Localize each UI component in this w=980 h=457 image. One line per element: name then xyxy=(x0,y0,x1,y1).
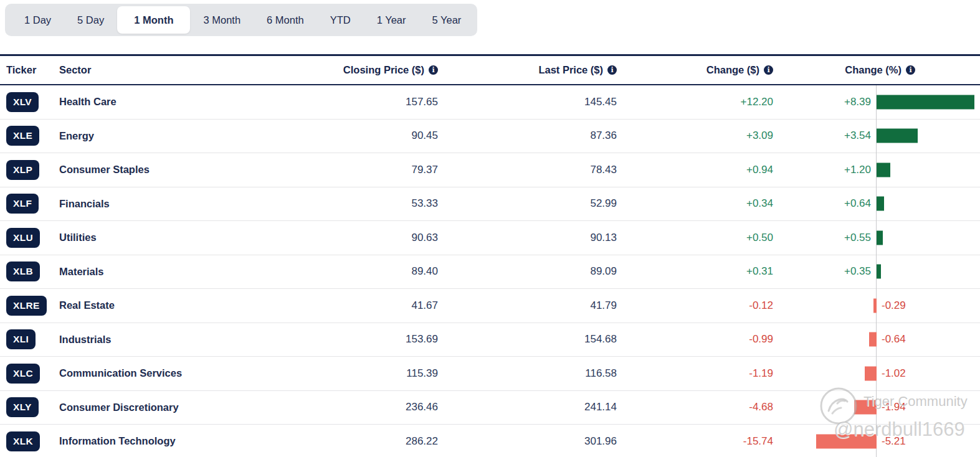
change-percent-cell: -1.02 xyxy=(773,357,980,390)
last-price-value: 154.68 xyxy=(438,333,617,346)
change-dollar-value: +0.34 xyxy=(617,197,773,210)
change-percent-cell: -1.94 xyxy=(773,391,980,425)
closing-price-value: 89.40 xyxy=(251,265,438,278)
change-percent-value: +0.35 xyxy=(773,265,871,278)
ticker-badge: XLC xyxy=(6,364,40,384)
ticker-badge: XLK xyxy=(6,431,40,451)
change-percent-value: +0.55 xyxy=(773,232,871,244)
change-percent-bar xyxy=(877,163,890,177)
change-percent-bar xyxy=(854,400,877,415)
change-percent-bar xyxy=(873,298,877,313)
change-percent-bar xyxy=(869,332,877,347)
last-price-value: 52.99 xyxy=(438,197,617,210)
change-dollar-value: +0.31 xyxy=(617,265,773,278)
table-row[interactable]: XLI Industrials 153.69 154.68 -0.99 -0.6… xyxy=(0,323,980,357)
last-price-value: 241.14 xyxy=(438,401,617,413)
change-percent-value: -0.64 xyxy=(882,333,906,346)
last-price-value: 89.09 xyxy=(438,265,617,278)
closing-price-value: 53.33 xyxy=(251,197,438,210)
change-percent-cell: -0.64 xyxy=(773,323,980,357)
change-dollar-value: -1.19 xyxy=(617,367,773,380)
info-icon[interactable]: i xyxy=(429,65,438,75)
sector-name: Consumer Staples xyxy=(54,164,251,176)
sector-name: Utilities xyxy=(54,232,251,243)
info-icon[interactable]: i xyxy=(607,65,617,75)
change-percent-cell: +0.55 xyxy=(773,221,980,255)
sector-name: Health Care xyxy=(54,96,251,108)
sector-name: Energy xyxy=(54,130,251,142)
period-tab-5-day[interactable]: 5 Day xyxy=(64,6,117,34)
last-price-value: 78.43 xyxy=(438,164,617,176)
closing-price-value: 41.67 xyxy=(251,299,438,312)
ticker-badge: XLY xyxy=(6,397,39,417)
col-header-ticker: Ticker xyxy=(0,64,54,76)
closing-price-value: 90.45 xyxy=(251,130,438,142)
closing-price-value: 90.63 xyxy=(251,232,438,244)
ticker-badge: XLP xyxy=(6,160,39,180)
period-tab-1-month[interactable]: 1 Month xyxy=(117,6,190,34)
col-header-closing-price: Closing Price ($) i xyxy=(251,64,438,76)
col-header-change-percent: Change (%) i xyxy=(773,64,980,76)
table-row[interactable]: XLC Communication Services 115.39 116.58… xyxy=(0,357,980,391)
change-dollar-value: -15.74 xyxy=(617,435,773,448)
col-header-change-percent-label: Change (%) xyxy=(845,64,902,76)
info-icon[interactable]: i xyxy=(764,65,773,75)
ticker-badge: XLU xyxy=(6,228,40,248)
change-percent-cell: +1.20 xyxy=(773,153,980,187)
table-row[interactable]: XLY Consumer Discretionary 236.46 241.14… xyxy=(0,391,980,425)
col-header-last-price: Last Price ($) i xyxy=(438,64,617,76)
sector-name: Financials xyxy=(54,198,251,210)
sector-name: Industrials xyxy=(54,334,251,346)
change-percent-cell: +8.39 xyxy=(773,85,980,119)
period-tab-5-year[interactable]: 5 Year xyxy=(419,6,475,34)
change-percent-bar xyxy=(877,230,883,245)
change-percent-cell: -0.29 xyxy=(773,289,980,323)
last-price-value: 90.13 xyxy=(438,232,617,244)
col-header-change-dollar-label: Change ($) xyxy=(706,64,759,76)
sector-name: Information Technology xyxy=(54,435,251,447)
period-tab-1-day[interactable]: 1 Day xyxy=(11,6,64,34)
closing-price-value: 157.65 xyxy=(251,96,438,108)
table-row[interactable]: XLU Utilities 90.63 90.13 +0.50 +0.55 xyxy=(0,221,980,255)
ticker-badge: XLB xyxy=(6,261,40,281)
closing-price-value: 286.22 xyxy=(251,435,438,448)
change-percent-bar xyxy=(877,95,974,109)
table-row[interactable]: XLF Financials 53.33 52.99 +0.34 +0.64 xyxy=(0,187,980,222)
change-percent-cell: -5.21 xyxy=(773,425,980,457)
period-tab-3-month[interactable]: 3 Month xyxy=(190,6,254,34)
table-row[interactable]: XLV Health Care 157.65 145.45 +12.20 +8.… xyxy=(0,85,980,120)
change-percent-value: -1.02 xyxy=(882,367,906,380)
period-tab-1-year[interactable]: 1 Year xyxy=(364,6,419,34)
last-price-value: 301.96 xyxy=(438,435,617,448)
change-dollar-value: -0.12 xyxy=(617,299,773,312)
table-row[interactable]: XLP Consumer Staples 79.37 78.43 +0.94 +… xyxy=(0,153,980,187)
col-header-closing-price-label: Closing Price ($) xyxy=(343,64,424,76)
change-dollar-value: -4.68 xyxy=(617,401,773,413)
change-dollar-value: +12.20 xyxy=(617,96,773,108)
last-price-value: 116.58 xyxy=(438,367,617,380)
change-percent-cell: +0.64 xyxy=(773,187,980,221)
table-row[interactable]: XLE Energy 90.45 87.36 +3.09 +3.54 xyxy=(0,120,980,154)
col-header-ticker-label: Ticker xyxy=(6,64,36,76)
change-dollar-value: -0.99 xyxy=(617,333,773,346)
change-percent-value: -0.29 xyxy=(882,299,906,312)
table-row[interactable]: XLB Materials 89.40 89.09 +0.31 +0.35 xyxy=(0,255,980,290)
table-row[interactable]: XLRE Real Estate 41.67 41.79 -0.12 -0.29 xyxy=(0,289,980,323)
change-percent-value: -1.94 xyxy=(882,401,906,413)
period-tab-6-month[interactable]: 6 Month xyxy=(254,6,317,34)
col-header-change-dollar: Change ($) i xyxy=(617,64,773,76)
change-percent-value: +8.39 xyxy=(773,96,871,108)
change-percent-bar xyxy=(816,434,877,448)
table-row[interactable]: XLK Information Technology 286.22 301.96… xyxy=(0,425,980,457)
ticker-badge: XLF xyxy=(6,194,39,214)
change-percent-bar xyxy=(877,197,884,211)
change-percent-cell: +0.35 xyxy=(773,255,980,289)
period-tab-ytd[interactable]: YTD xyxy=(317,6,364,34)
info-icon[interactable]: i xyxy=(906,65,915,75)
last-price-value: 41.79 xyxy=(438,299,617,312)
change-dollar-value: +0.50 xyxy=(617,232,773,244)
sector-name: Real Estate xyxy=(54,299,251,311)
change-dollar-value: +0.94 xyxy=(617,164,773,176)
table-body: XLV Health Care 157.65 145.45 +12.20 +8.… xyxy=(0,85,980,457)
sector-name: Communication Services xyxy=(54,367,251,379)
